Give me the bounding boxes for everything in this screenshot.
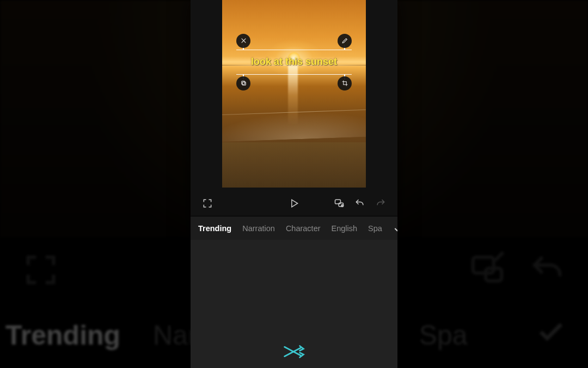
copy-caption-button[interactable] (236, 76, 250, 91)
editor-panel: look at this sunset (191, 0, 397, 368)
confirm-button[interactable] (393, 223, 397, 234)
undo-icon (354, 198, 365, 209)
svg-rect-6 (241, 81, 244, 85)
pip-button[interactable] (332, 196, 346, 210)
app-logo (283, 343, 305, 363)
delete-caption-button[interactable] (236, 34, 250, 48)
player-controls (191, 191, 397, 216)
redo-button[interactable] (373, 196, 388, 210)
voice-picker-area (191, 240, 397, 368)
caption-selection[interactable]: look at this sunset (236, 50, 352, 75)
bg-tab: Trending (5, 319, 120, 351)
caption-text: look at this sunset (251, 56, 337, 68)
tab-narration[interactable]: Narration (242, 224, 275, 233)
tab-spanish[interactable]: Spa (368, 224, 382, 233)
video-preview[interactable]: look at this sunset (222, 0, 366, 188)
undo-button[interactable] (353, 196, 367, 210)
resize-caption-handle[interactable] (338, 76, 352, 91)
svg-marker-7 (292, 200, 298, 207)
check-icon (393, 223, 397, 234)
beach (222, 142, 366, 188)
capcut-mark-icon (283, 343, 305, 360)
edit-caption-button[interactable] (338, 34, 352, 48)
svg-rect-5 (242, 82, 246, 85)
crop-icon (341, 80, 348, 87)
play-icon (289, 198, 299, 209)
svg-line-2 (495, 252, 504, 261)
close-icon (240, 37, 247, 44)
tab-trending[interactable]: Trending (198, 224, 231, 233)
check-icon (536, 317, 583, 354)
fullscreen-button[interactable] (200, 196, 215, 210)
expand-icon (202, 198, 213, 209)
pip-icon (334, 198, 345, 209)
undo-icon (528, 251, 566, 289)
pencil-icon (341, 37, 348, 44)
expand-icon (22, 251, 60, 289)
svg-rect-0 (473, 257, 494, 273)
redo-icon (375, 198, 386, 209)
tab-character[interactable]: Character (286, 224, 321, 233)
copy-icon (240, 80, 247, 87)
play-button[interactable] (287, 196, 301, 210)
tab-english[interactable]: English (332, 224, 358, 233)
bg-tab: Spa (419, 319, 468, 351)
voice-category-tabs: Trending Narration Character English Spa (191, 216, 397, 240)
preview-container: look at this sunset (191, 0, 397, 191)
pip-icon (468, 251, 506, 289)
wave (222, 108, 366, 142)
